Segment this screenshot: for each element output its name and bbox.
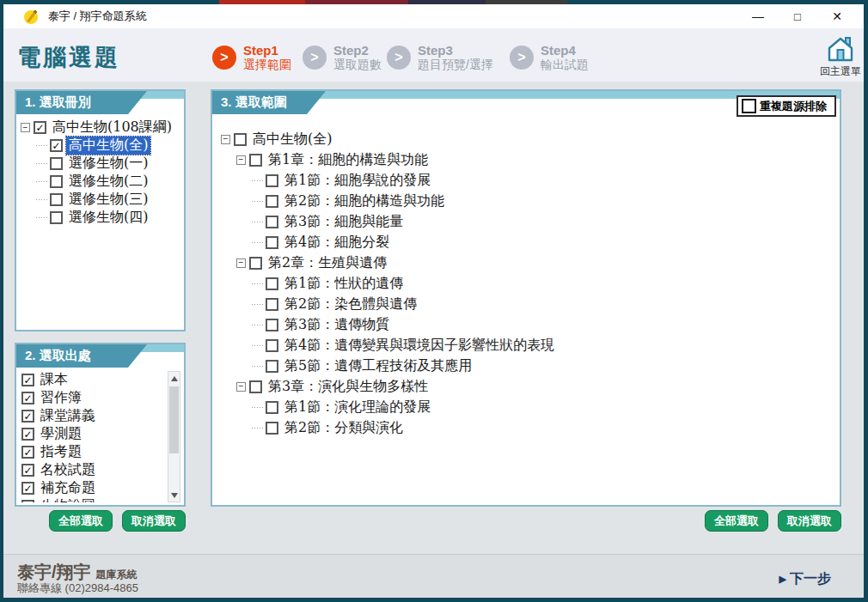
tree-checkbox[interactable]: [50, 211, 63, 224]
home-button[interactable]: 回主選單: [816, 35, 865, 82]
source-label[interactable]: 補充命題: [38, 479, 98, 497]
tree-collapse-icon[interactable]: −: [221, 135, 230, 144]
source-list-item[interactable]: ✓指考題: [21, 443, 166, 461]
tree-row[interactable]: 第4節：遺傳變異與環境因子影響性狀的表現: [221, 335, 837, 356]
tree-item-label[interactable]: 第2節：分類與演化: [282, 419, 406, 437]
tree-item-label[interactable]: 第3章：演化與生物多樣性: [266, 378, 431, 396]
tree-checkbox[interactable]: [266, 339, 278, 352]
select-all-sources-button[interactable]: 全部選取: [49, 510, 113, 532]
tree-item-label[interactable]: 第2節：染色體與遺傳: [282, 295, 419, 313]
tree-collapse-icon[interactable]: −: [21, 123, 30, 132]
tree-row[interactable]: 第3節：細胞與能量: [221, 211, 837, 232]
source-checkbox[interactable]: ✓: [21, 482, 34, 495]
minimize-icon[interactable]: —: [738, 4, 778, 28]
tree-collapse-icon[interactable]: −: [236, 258, 246, 268]
scrollbar-thumb[interactable]: [169, 386, 179, 453]
tree-row[interactable]: 第2節：染色體與遺傳: [221, 294, 837, 314]
tree-item-label[interactable]: 第2章：生殖與遺傳: [266, 254, 389, 272]
source-label[interactable]: 生物說圖: [38, 497, 98, 502]
source-list-item[interactable]: ✓生物說圖: [21, 497, 166, 502]
tree-row[interactable]: 選修生物(三): [21, 191, 181, 209]
tree-checkbox[interactable]: [50, 193, 63, 206]
source-list-item[interactable]: ✓補充命題: [21, 479, 166, 497]
tree-item-label[interactable]: 第3節：細胞與能量: [282, 213, 406, 231]
source-checkbox[interactable]: ✓: [21, 374, 34, 386]
source-checkbox[interactable]: ✓: [21, 428, 34, 441]
tree-item-label[interactable]: 第1章：細胞的構造與功能: [266, 151, 431, 169]
dedupe-option[interactable]: 重複題源排除: [737, 95, 836, 117]
deselect-all-sources-button[interactable]: 取消選取: [122, 510, 186, 532]
tree-checkbox[interactable]: [234, 133, 247, 146]
close-icon[interactable]: ✕: [817, 4, 857, 28]
tree-row[interactable]: 第1節：細胞學說的發展: [221, 170, 837, 191]
next-step-button[interactable]: ▶ 下一步: [779, 570, 831, 588]
source-list-item[interactable]: ✓習作簿: [21, 389, 166, 407]
tree-checkbox[interactable]: [266, 236, 278, 249]
tree-checkbox[interactable]: [50, 175, 63, 188]
tree-row[interactable]: 第2節：細胞的構造與功能: [221, 191, 837, 211]
tree-row[interactable]: −第3章：演化與生物多樣性: [221, 376, 837, 397]
tree-checkbox[interactable]: [266, 216, 278, 228]
tree-checkbox[interactable]: ✓: [50, 139, 63, 152]
tree-row[interactable]: −第1章：細胞的構造與功能: [221, 149, 837, 170]
source-list-scrollbar[interactable]: [168, 371, 180, 502]
deselect-all-scope-button[interactable]: 取消選取: [778, 510, 841, 532]
tree-row[interactable]: 第3節：遺傳物質: [221, 314, 837, 335]
tree-checkbox[interactable]: [266, 319, 278, 331]
tree-row[interactable]: 第5節：遺傳工程技術及其應用: [221, 356, 837, 376]
select-all-scope-button[interactable]: 全部選取: [705, 510, 768, 532]
source-label[interactable]: 指考題: [38, 443, 84, 461]
tree-checkbox[interactable]: [266, 298, 278, 311]
tree-checkbox[interactable]: [266, 195, 278, 208]
tree-item-label[interactable]: 第4節：遺傳變異與環境因子影響性狀的表現: [282, 337, 557, 355]
source-list-item[interactable]: ✓課本: [21, 371, 166, 389]
source-label[interactable]: 名校試題: [38, 461, 98, 479]
tree-item-label[interactable]: 第5節：遺傳工程技術及其應用: [282, 357, 474, 375]
tree-row[interactable]: 選修生物(四): [21, 209, 181, 227]
tree-row[interactable]: 第1節：性狀的遺傳: [221, 273, 837, 294]
tree-row[interactable]: −高中生物(全): [221, 129, 837, 149]
maximize-icon[interactable]: □: [778, 4, 817, 28]
source-checkbox[interactable]: ✓: [21, 410, 34, 423]
source-checkbox[interactable]: ✓: [21, 392, 34, 404]
tree-item-label[interactable]: 第1節：細胞學說的發展: [282, 172, 433, 190]
tree-row[interactable]: 選修生物(一): [21, 155, 181, 173]
tree-checkbox[interactable]: [266, 277, 278, 290]
tree-item-label[interactable]: 第1節：演化理論的發展: [282, 398, 433, 417]
source-checkbox[interactable]: ✓: [21, 464, 34, 477]
tree-collapse-icon[interactable]: −: [236, 155, 246, 165]
source-label[interactable]: 學測題: [38, 425, 84, 443]
tree-item-label[interactable]: 選修生物(三): [66, 191, 150, 209]
tree-row[interactable]: ✓高中生物(全): [21, 137, 181, 155]
tree-checkbox[interactable]: [50, 157, 63, 170]
tree-row[interactable]: 第2節：分類與演化: [221, 417, 837, 438]
tree-collapse-icon[interactable]: −: [236, 382, 246, 392]
tree-checkbox[interactable]: [249, 154, 262, 167]
tree-item-label[interactable]: 高中生物(全): [250, 131, 334, 149]
source-label[interactable]: 習作簿: [38, 389, 84, 407]
tree-item-label[interactable]: 第4節：細胞分裂: [282, 234, 392, 252]
dedupe-checkbox[interactable]: [742, 99, 756, 113]
scroll-down-icon[interactable]: [168, 489, 180, 502]
tree-item-label[interactable]: 選修生物(一): [66, 155, 150, 173]
source-list-item[interactable]: ✓課堂講義: [21, 407, 166, 425]
source-list-item[interactable]: ✓名校試題: [21, 461, 166, 479]
tree-row[interactable]: 第1節：演化理論的發展: [221, 397, 837, 417]
source-list-item[interactable]: ✓學測題: [21, 425, 166, 443]
tree-checkbox[interactable]: [266, 401, 278, 414]
tree-checkbox[interactable]: [249, 380, 262, 393]
source-checkbox[interactable]: ✓: [21, 500, 34, 502]
tree-checkbox[interactable]: [266, 422, 278, 435]
source-checkbox[interactable]: ✓: [21, 446, 34, 459]
tree-item-label[interactable]: 高中生物(108課綱): [50, 119, 174, 137]
tree-checkbox[interactable]: ✓: [34, 121, 46, 134]
tree-row[interactable]: −✓高中生物(108課綱): [21, 119, 181, 137]
scroll-up-icon[interactable]: [168, 372, 180, 385]
tree-row[interactable]: −第2章：生殖與遺傳: [221, 252, 837, 273]
tree-checkbox[interactable]: [266, 360, 278, 373]
tree-item-label[interactable]: 第1節：性狀的遺傳: [282, 275, 406, 293]
source-label[interactable]: 課本: [38, 371, 70, 389]
source-label[interactable]: 課堂講義: [38, 407, 98, 425]
tree-item-label[interactable]: 選修生物(四): [66, 209, 150, 227]
tree-item-label[interactable]: 高中生物(全): [66, 137, 150, 155]
